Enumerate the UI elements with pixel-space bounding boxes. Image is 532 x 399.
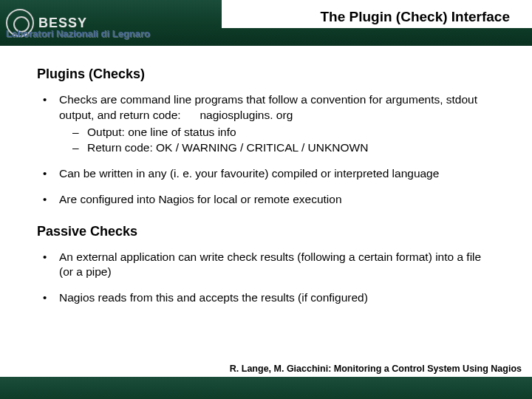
section-heading-passive: Passive Checks xyxy=(37,224,495,239)
list-item: An external application can write check … xyxy=(37,250,495,281)
list-item: Output: one line of status info xyxy=(72,125,495,140)
bullet-text: Nagios reads from this and accepts the r… xyxy=(59,291,368,304)
bullet-text: Can be written in any (i. e. your favour… xyxy=(59,167,439,180)
list-item: Nagios reads from this and accepts the r… xyxy=(37,290,495,306)
list-item: Can be written in any (i. e. your favour… xyxy=(37,166,495,182)
slide-header: BESSY Laboratori Nazionali di Legnaro Th… xyxy=(0,0,532,46)
lab-name: Laboratori Nazionali di Legnaro xyxy=(6,28,150,39)
bullet-list-2: An external application can write check … xyxy=(37,250,495,307)
footer-credit-band: R. Lange, M. Giacchini: Monitoring a Con… xyxy=(0,361,532,377)
plugins-url: nagiosplugins. org xyxy=(200,109,293,121)
footer-credit: R. Lange, M. Giacchini: Monitoring a Con… xyxy=(230,364,522,374)
list-item: Return code: OK / WARNING / CRITICAL / U… xyxy=(72,140,495,156)
slide-footer xyxy=(0,377,532,399)
bullet-text: An external application can write check … xyxy=(59,250,481,279)
list-item: Are configured into Nagios for local or … xyxy=(37,192,495,208)
bullet-text: Are configured into Nagios for local or … xyxy=(59,193,342,205)
slide-title: The Plugin (Check) Interface xyxy=(320,9,510,25)
list-item: Checks are command line programs that fo… xyxy=(37,92,495,156)
bullet-list-1: Checks are command line programs that fo… xyxy=(37,92,495,208)
slide-content: Plugins (Checks) Checks are command line… xyxy=(0,46,532,324)
section-heading-plugins: Plugins (Checks) xyxy=(37,66,495,82)
sub-bullet-text: Output: one line of status info xyxy=(87,126,236,138)
sub-bullet-text: Return code: OK / WARNING / CRITICAL / U… xyxy=(87,141,368,154)
sub-bullet-list: Output: one line of status info Return c… xyxy=(59,125,495,156)
